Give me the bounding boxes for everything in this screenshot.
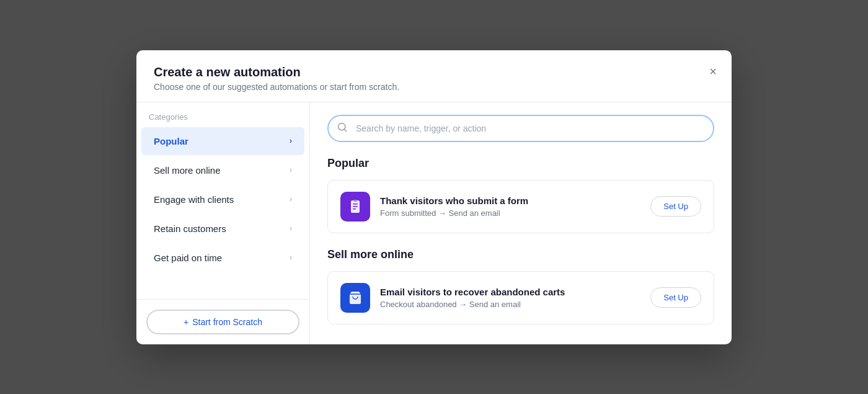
modal: Create a new automation Choose one of ou…	[136, 50, 732, 344]
chevron-right-icon: ›	[290, 195, 292, 204]
modal-subtitle: Choose one of our suggested automations …	[154, 82, 714, 92]
popular-section-title: Popular	[327, 157, 714, 170]
search-icon	[337, 122, 347, 135]
sidebar-item-engage-with-clients[interactable]: Engage with clients ›	[141, 186, 304, 213]
modal-header: Create a new automation Choose one of ou…	[136, 50, 732, 102]
automation-name-abandoned-carts: Email visitors to recover abandoned cart…	[380, 287, 640, 297]
close-button[interactable]: ×	[707, 63, 719, 80]
sidebar-item-get-paid[interactable]: Get paid on time ›	[141, 244, 304, 272]
start-scratch-label: Start from Scratch	[192, 317, 262, 327]
automation-card-thank-visitors: Thank visitors who submit a form Form su…	[327, 180, 714, 233]
sidebar-item-label-paid: Get paid on time	[154, 253, 222, 263]
automation-name-thank-visitors: Thank visitors who submit a form	[380, 195, 640, 206]
plus-icon: +	[184, 317, 188, 327]
automation-info-thank-visitors: Thank visitors who submit a form Form su…	[380, 195, 640, 218]
modal-title: Create a new automation	[154, 65, 714, 79]
categories-label: Categories	[136, 102, 309, 127]
start-from-scratch-button[interactable]: + Start from Scratch	[146, 310, 299, 334]
popular-section: Popular Thank visito	[327, 157, 714, 233]
setup-button-abandoned-carts[interactable]: Set Up	[650, 287, 701, 308]
sidebar-footer: + Start from Scratch	[136, 299, 309, 344]
automation-card-abandoned-carts: Email visitors to recover abandoned cart…	[327, 271, 714, 325]
sidebar-item-popular[interactable]: Popular ›	[141, 127, 304, 155]
svg-rect-5	[353, 208, 356, 210]
sidebar: Categories Popular › Sell more online › …	[136, 102, 310, 344]
automation-icon-cart	[340, 283, 370, 313]
sidebar-item-label-engage: Engage with clients	[154, 194, 234, 205]
setup-button-thank-visitors[interactable]: Set Up	[650, 196, 701, 217]
search-bar	[327, 115, 714, 142]
chevron-right-icon: ›	[290, 253, 292, 262]
sell-online-section-title: Sell more online	[327, 248, 714, 261]
chevron-right-icon: ›	[290, 166, 292, 174]
modal-overlay: Create a new automation Choose one of ou…	[0, 0, 868, 394]
chevron-right-icon: ›	[290, 137, 292, 145]
chevron-right-icon: ›	[290, 224, 292, 233]
svg-rect-4	[353, 206, 358, 207]
sidebar-item-label-sell: Sell more online	[154, 165, 221, 176]
svg-line-1	[344, 129, 346, 131]
automation-icon-form	[340, 192, 370, 222]
sell-online-section: Sell more online Email visitors to recov…	[327, 248, 714, 325]
sidebar-item-label-popular: Popular	[154, 136, 188, 146]
sidebar-item-label-retain: Retain customers	[154, 223, 226, 234]
sidebar-item-retain-customers[interactable]: Retain customers ›	[141, 215, 304, 243]
automation-desc-thank-visitors: Form submitted → Send an email	[380, 208, 640, 218]
automation-desc-abandoned-carts: Checkout abandoned → Send an email	[380, 300, 640, 309]
search-input[interactable]	[327, 115, 714, 142]
sidebar-item-sell-more-online[interactable]: Sell more online ›	[141, 156, 304, 184]
svg-rect-6	[353, 200, 357, 202]
modal-body: Categories Popular › Sell more online › …	[136, 102, 732, 344]
automation-info-abandoned-carts: Email visitors to recover abandoned cart…	[380, 287, 640, 309]
svg-rect-3	[353, 204, 358, 205]
main-content: Popular Thank visito	[310, 102, 732, 344]
